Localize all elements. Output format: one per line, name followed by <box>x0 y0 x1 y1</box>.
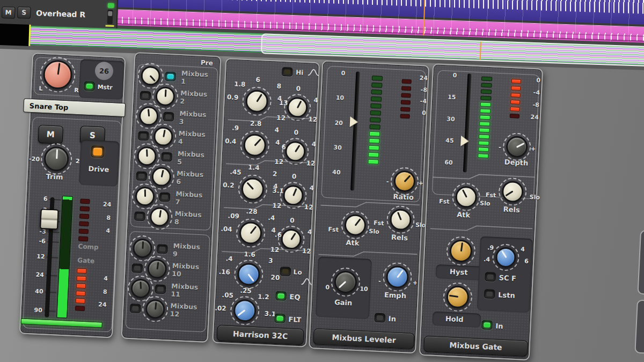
partial-panel-edge <box>634 300 644 355</box>
send-enable-led[interactable] <box>130 304 141 313</box>
gate-in-label: In <box>495 322 503 330</box>
mixbus-send-row: Mixbus 5 <box>134 145 214 169</box>
leveler-title-bar[interactable]: Mixbus Leveler <box>313 328 414 349</box>
knob-scale-label: .9 <box>232 124 239 132</box>
leveler-release-knob[interactable] <box>390 209 412 231</box>
send-enable-led[interactable] <box>134 211 145 221</box>
send-enable-led[interactable] <box>157 245 168 254</box>
meter-segment <box>369 124 380 130</box>
meter-segment <box>76 283 86 289</box>
gate-attack-knob[interactable] <box>455 186 478 208</box>
knob-scale-label: 4 <box>308 228 312 235</box>
gate-release-knob[interactable] <box>501 180 524 203</box>
filter-enable-led[interactable] <box>274 314 286 323</box>
lp-filter-knob[interactable] <box>233 299 257 322</box>
gate-threshold-pointer[interactable] <box>460 136 469 147</box>
gate-in-led[interactable] <box>481 320 493 330</box>
sidechain-freq-knob[interactable] <box>495 247 517 268</box>
mixbus-send-row: Mixbus 3 <box>135 105 216 129</box>
sidechain-filter-led[interactable] <box>485 272 496 282</box>
send-enable-led[interactable] <box>140 91 151 100</box>
send-level-knob[interactable] <box>130 278 151 299</box>
trim-knob[interactable] <box>43 146 69 172</box>
gate-title-bar[interactable]: Mixbus Gate <box>423 336 528 357</box>
gate-meter <box>75 268 87 311</box>
drive-led[interactable] <box>91 145 104 158</box>
send-level-knob[interactable] <box>155 86 175 107</box>
send-level-knob[interactable] <box>141 65 161 86</box>
leveler-in-led[interactable] <box>374 313 385 323</box>
mute-button[interactable]: M <box>38 125 64 144</box>
meter-segment <box>510 107 519 112</box>
fader-handle[interactable] <box>40 209 59 230</box>
send-level-knob[interactable] <box>145 299 165 320</box>
send-level-knob[interactable] <box>135 186 155 206</box>
send-enable-led[interactable] <box>163 112 174 122</box>
send-enable-led[interactable] <box>138 131 149 141</box>
meter-segment <box>511 86 521 91</box>
eq-freq-knob[interactable] <box>239 221 262 245</box>
hold-knob[interactable] <box>446 285 470 309</box>
scale-label: 8 <box>103 288 107 295</box>
send-level-knob[interactable] <box>153 127 174 147</box>
send-label: Mixbus 12 <box>170 302 204 320</box>
listen-led[interactable] <box>484 289 495 299</box>
hysteresis-knob[interactable] <box>449 239 473 263</box>
ratio-plus: + <box>418 180 423 187</box>
emphasis-knob[interactable] <box>386 265 409 289</box>
send-enable-led[interactable] <box>165 72 176 82</box>
send-level-knob[interactable] <box>138 106 159 126</box>
knob-scale-label: 0.2 <box>223 181 235 189</box>
makeup-gain-knob[interactable] <box>334 270 357 294</box>
eq-freq-knob[interactable] <box>245 90 269 113</box>
send-level-knob[interactable] <box>147 259 167 279</box>
send-enable-led[interactable] <box>131 263 143 273</box>
send-enable-led[interactable] <box>136 171 147 181</box>
mixbus-send-row: Mixbus 9 <box>129 238 210 261</box>
send-level-knob[interactable] <box>149 207 170 227</box>
meter-segment <box>78 236 88 241</box>
meter-segment <box>479 121 490 126</box>
meter-segment <box>368 152 379 158</box>
knob-scale-label: 4 <box>309 184 314 192</box>
knob-scale-label: 0 <box>294 129 298 136</box>
lo-band-led[interactable] <box>280 267 291 276</box>
meter-segment <box>510 114 519 119</box>
meter-segment <box>401 93 411 98</box>
eq-freq-knob[interactable] <box>241 178 265 201</box>
knob-scale-label: 4 <box>521 246 525 253</box>
hi-band-led[interactable] <box>282 67 293 77</box>
meter-segment <box>402 79 412 84</box>
send-enable-led[interactable] <box>155 284 166 294</box>
eq-freq-knob[interactable] <box>243 134 267 157</box>
hp-filter-knob-group: 1.6 .4 3 .16 20 <box>220 250 277 290</box>
send-enable-led[interactable] <box>159 193 171 202</box>
hp-filter-knob[interactable] <box>237 262 260 286</box>
eq-title-bar[interactable]: Harrison 32C <box>217 325 304 345</box>
depth-knob[interactable] <box>506 136 528 158</box>
threshold-pointer[interactable] <box>350 116 358 128</box>
leveler-gr-meter <box>400 79 411 119</box>
knob-scale-label: 1.2 <box>258 293 269 301</box>
pan-knob[interactable] <box>42 60 72 90</box>
ratio-knob[interactable] <box>393 170 416 193</box>
scale-label: 4 <box>106 227 110 234</box>
leveler-attack-knob[interactable] <box>344 214 367 237</box>
track-name-field[interactable]: Snare Top <box>23 98 126 117</box>
send-label: Mixbus 10 <box>172 262 206 279</box>
knob-scale-label: .02 <box>215 305 226 313</box>
send-label: Mixbus 4 <box>178 129 213 147</box>
send-enable-led[interactable] <box>161 152 172 162</box>
send-level-knob[interactable] <box>133 238 153 258</box>
scale-label: 4 <box>104 275 108 282</box>
mixbus-send-row: Mixbus 7 <box>131 186 212 209</box>
eq-enable-led[interactable] <box>275 291 287 301</box>
meter-segment <box>80 198 90 204</box>
send-level-knob[interactable] <box>151 167 172 187</box>
send-level-knob[interactable] <box>137 146 157 166</box>
attack-slo: Slo <box>369 228 379 235</box>
master-assign-led[interactable] <box>84 82 95 91</box>
meter-segment <box>401 100 411 105</box>
knob-scale-label: 2.8 <box>250 120 262 128</box>
knob-scale-label: 4 <box>313 97 318 104</box>
